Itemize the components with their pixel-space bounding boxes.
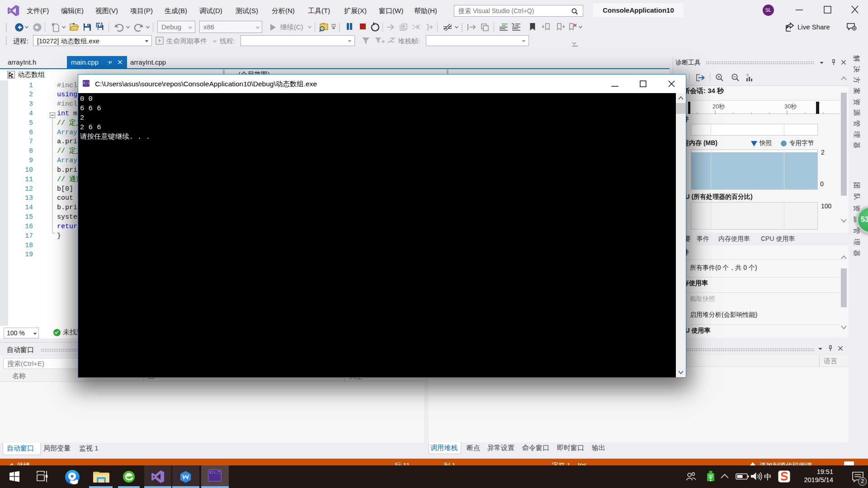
svg-text:?: ? xyxy=(746,73,749,78)
svg-text:C:\..._: C:\..._ xyxy=(210,471,222,474)
